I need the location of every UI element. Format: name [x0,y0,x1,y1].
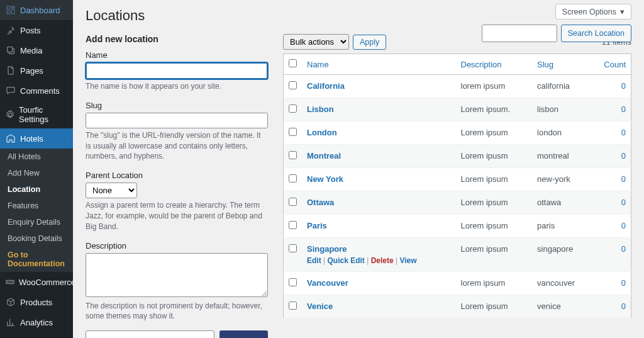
location-count-link[interactable]: 0 [621,128,626,137]
sidebar-item-marketing[interactable]: Marketing [0,332,73,338]
location-slug: new-york [532,168,593,191]
parent-select[interactable]: None [86,183,137,198]
sidebar-item-posts[interactable]: Posts [0,20,73,40]
row-checkbox[interactable] [289,81,297,89]
sidebar-item-label: Comments [20,86,60,96]
search-location-button[interactable]: Search Location [561,25,631,42]
location-description: lorem ipsum [456,272,533,295]
location-name-link[interactable]: Montreal [307,151,341,161]
woo-icon [5,276,15,288]
sidebar-item-label: Media [20,46,42,55]
slug-input[interactable] [86,113,268,128]
sidebar-item-tourfic-settings[interactable]: Tourfic Settings [0,101,73,128]
location-name-link[interactable]: California [307,81,345,91]
sidebar-item-comments[interactable]: Comments [0,81,73,101]
submenu-item-booking-details[interactable]: Booking Details [0,230,73,247]
sidebar-item-media[interactable]: Media [0,40,73,60]
sidebar-item-hotels[interactable]: Hotels [0,128,73,149]
row-checkbox[interactable] [289,221,297,229]
location-name-link[interactable]: New York [307,174,343,184]
row-checkbox[interactable] [289,151,297,159]
location-slug: vancouver [532,272,593,295]
row-checkbox[interactable] [289,278,297,286]
admin-sidebar: DashboardPostsMediaPagesCommentsTourfic … [0,0,73,338]
location-count-link[interactable]: 0 [621,104,626,114]
view-link[interactable]: View [399,256,416,265]
sidebar-item-analytics[interactable]: Analytics [0,312,73,332]
location-slug: montreal [532,145,593,168]
search-input[interactable] [482,25,557,42]
location-count-link[interactable]: 0 [621,244,626,254]
location-name-link[interactable]: Paris [307,221,327,230]
sidebar-item-woocommerce[interactable]: WooCommerce [0,272,73,292]
quick-edit-link[interactable]: Quick Edit [327,256,364,265]
sidebar-item-label: Analytics [20,318,53,327]
location-count-link[interactable]: 0 [621,221,626,230]
sidebar-item-label: Products [20,298,52,307]
col-head-count[interactable]: Count [594,54,631,75]
col-head-description[interactable]: Description [456,54,533,75]
submenu-item-enquiry-details[interactable]: Enquiry Details [0,214,73,230]
sidebar-item-products[interactable]: Products [0,292,73,312]
submenu-item-features[interactable]: Features [0,198,73,214]
edit-link[interactable]: Edit [307,256,321,265]
location-count-link[interactable]: 0 [621,301,626,311]
location-name-link[interactable]: London [307,128,337,137]
submenu-item-all-hotels[interactable]: All Hotels [0,149,73,165]
media-icon [5,45,16,56]
location-description: Lorem ipsum [456,191,533,215]
locations-table: Name Description Slug Count Californialo… [283,54,631,318]
location-count-link[interactable]: 0 [621,198,626,207]
row-checkbox[interactable] [289,174,297,183]
delete-link[interactable]: Delete [371,256,394,265]
row-checkbox[interactable] [289,301,297,310]
location-description: Lorem ipusm [456,145,533,168]
sidebar-item-label: Dashboard [20,6,60,15]
page-icon [5,65,16,76]
parent-help-text: Assign a parent term to create a hierarc… [86,200,268,232]
table-row: Vancouverlorem ipsumvancouver0 [284,272,631,295]
table-row: New YorkLorem ipsumnew-york0 [284,168,631,191]
table-row: ParisLorem ipsumparis0 [284,215,631,238]
upload-button[interactable]: Upload [219,330,268,338]
chart-icon [5,317,16,328]
location-name-link[interactable]: Lisbon [307,104,334,114]
location-name-link[interactable]: Singapore [307,244,347,254]
name-help-text: The name is how it appears on your site. [86,81,268,92]
location-description: Lorem ipsum [456,215,533,238]
location-slug: paris [532,215,593,238]
bulk-actions-select[interactable]: Bulk actions [283,34,349,50]
col-head-name[interactable]: Name [302,54,456,75]
row-checkbox[interactable] [289,104,297,113]
upload-input[interactable] [86,330,214,338]
row-checkbox[interactable] [289,244,297,252]
location-count-link[interactable]: 0 [621,278,626,288]
submenu-item-go-to-documentation[interactable]: Go to Documentation [0,247,73,272]
location-count-link[interactable]: 0 [621,174,626,184]
submenu-item-add-new[interactable]: Add New [0,165,73,181]
col-head-slug[interactable]: Slug [532,54,593,75]
table-row: Californialorem ipsumcalifornia0 [284,75,631,98]
location-slug: singapore [532,238,593,272]
screen-options-button[interactable]: Screen Options ▾ [555,4,631,20]
name-input[interactable] [86,62,268,79]
select-all-checkbox[interactable] [289,59,297,67]
sidebar-item-dashboard[interactable]: Dashboard [0,0,73,20]
location-name-link[interactable]: Ottawa [307,198,334,207]
description-textarea[interactable] [86,253,268,297]
sidebar-item-pages[interactable]: Pages [0,60,73,81]
location-count-link[interactable]: 0 [621,81,626,91]
row-checkbox[interactable] [289,128,297,136]
location-name-link[interactable]: Venice [307,301,333,311]
row-checkbox[interactable] [289,198,297,206]
location-slug: lisbon [532,98,593,121]
table-row: OttawaLorem ipsumottawa0 [284,191,631,215]
location-slug: ottawa [532,191,593,215]
location-description: Lorem ipsum [456,168,533,191]
location-count-link[interactable]: 0 [621,151,626,161]
table-row: LisbonLorem ipsum.lisbon0 [284,98,631,121]
apply-button[interactable]: Apply [353,35,386,50]
name-label: Name [86,50,268,60]
submenu-item-location[interactable]: Location [0,181,73,198]
location-name-link[interactable]: Vancouver [307,278,348,288]
